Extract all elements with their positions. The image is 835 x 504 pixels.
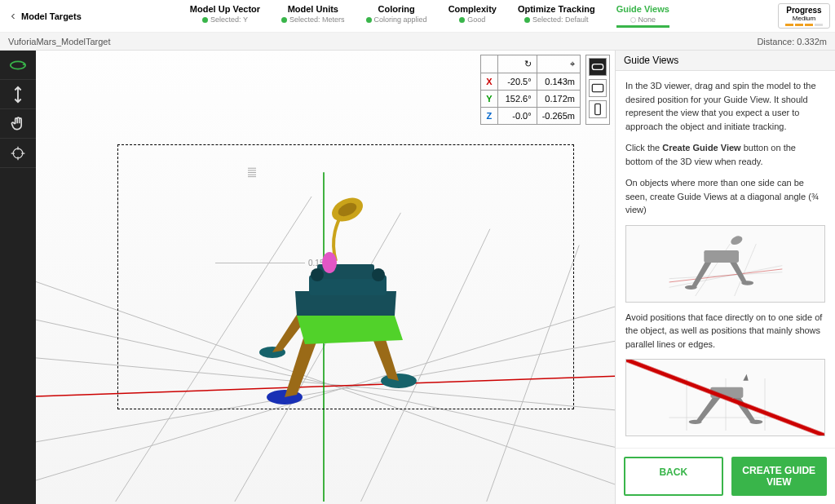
- panel-para-2: Click the Create Guide View button on th…: [625, 141, 825, 168]
- target-tool[interactable]: [0, 139, 36, 168]
- example-bad: [625, 359, 825, 436]
- right-panel: Guide Views In the 3D viewer, drag and s…: [615, 51, 835, 504]
- pos-z[interactable]: -0.265m: [537, 108, 580, 125]
- svg-marker-49: [730, 391, 756, 422]
- 3d-viewport[interactable]: 0.15m ||||| 0.14m: [36, 51, 615, 504]
- 3d-model: [240, 197, 452, 409]
- orbit-tool[interactable]: [0, 51, 36, 80]
- svg-marker-51: [743, 374, 748, 380]
- top-bar: Model Targets Model Up VectorSelected: Y…: [0, 0, 835, 33]
- svg-line-32: [669, 266, 782, 288]
- svg-rect-29: [592, 84, 603, 91]
- pan-tool[interactable]: [0, 109, 36, 139]
- rot-x[interactable]: -20.5°: [497, 73, 537, 91]
- ruler-large: 0.14m: [36, 412, 41, 500]
- panel-title: Guide Views: [616, 51, 835, 71]
- step-0[interactable]: Model Up VectorSelected: Y: [190, 4, 260, 28]
- svg-rect-28: [592, 64, 603, 70]
- model-name: VuforiaMars_ModelTarget: [8, 37, 111, 46]
- device-selector: [585, 55, 610, 125]
- ruler-vertical: |||||: [247, 167, 256, 178]
- panel-para-3: On objects where more than one side can …: [625, 176, 825, 217]
- step-3[interactable]: ComplexityGood: [448, 4, 497, 28]
- panel-para-1: In the 3D viewer, drag and spin the mode…: [625, 79, 825, 133]
- svg-marker-48: [695, 391, 723, 422]
- left-toolbar: [0, 51, 36, 504]
- svg-rect-50: [710, 387, 743, 397]
- step-5[interactable]: Guide ViewsNone: [616, 4, 669, 28]
- pos-x[interactable]: 0.143m: [537, 73, 580, 91]
- svg-marker-19: [297, 316, 403, 344]
- svg-point-27: [322, 252, 337, 273]
- step-tabs: Model Up VectorSelected: YModel UnitsSel…: [82, 4, 778, 28]
- back-button[interactable]: BACK: [624, 457, 723, 496]
- svg-point-46: [688, 419, 701, 423]
- svg-point-1: [13, 148, 23, 158]
- move-tool[interactable]: [0, 80, 36, 109]
- progress-badge: Progress Medium: [778, 3, 830, 29]
- breadcrumb: VuforiaMars_ModelTarget Distance: 0.332m: [0, 33, 835, 51]
- step-4[interactable]: Optimize TrackingSelected: Default: [518, 4, 595, 28]
- back-link[interactable]: Model Targets: [5, 11, 82, 21]
- svg-rect-40: [704, 250, 739, 263]
- step-1[interactable]: Model UnitsSelected: Meters: [281, 4, 345, 28]
- step-2[interactable]: ColoringColoring applied: [366, 4, 427, 28]
- svg-point-24: [372, 268, 385, 281]
- device-phone[interactable]: [589, 100, 607, 118]
- distance-readout: Distance: 0.332m: [757, 37, 827, 46]
- panel-footer: BACK CREATE GUIDE VIEW: [616, 448, 835, 504]
- rot-y[interactable]: 152.6°: [497, 91, 537, 108]
- panel-para-4: Avoid positions that face directly on to…: [625, 311, 825, 351]
- svg-rect-30: [595, 104, 601, 114]
- device-hmd[interactable]: [589, 58, 607, 76]
- svg-point-41: [729, 234, 744, 246]
- svg-line-35: [669, 269, 782, 282]
- svg-point-47: [749, 419, 762, 423]
- example-good: [625, 225, 825, 303]
- back-label: Model Targets: [21, 11, 82, 21]
- coords-panel: ↻⌖ X-20.5°0.143m Y152.6°0.172m Z-0.0°-0.…: [480, 55, 610, 125]
- panel-body: In the 3D viewer, drag and spin the mode…: [616, 71, 835, 448]
- create-guide-view-button[interactable]: CREATE GUIDE VIEW: [731, 457, 828, 496]
- pos-y[interactable]: 0.172m: [537, 91, 580, 108]
- device-tablet[interactable]: [589, 79, 607, 97]
- rot-z[interactable]: -0.0°: [497, 108, 537, 125]
- svg-point-23: [311, 268, 324, 281]
- coords-table: ↻⌖ X-20.5°0.143m Y152.6°0.172m Z-0.0°-0.…: [480, 55, 581, 125]
